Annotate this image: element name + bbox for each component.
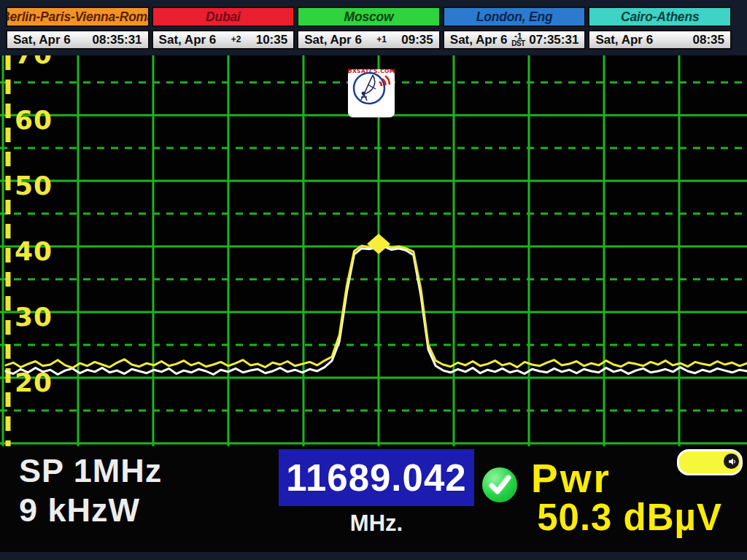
clock-time-moscow: Sat, Apr 6 +1 09:35 [297, 30, 441, 50]
clock-date: Sat, Apr 6 [450, 33, 508, 47]
y-axis-tick: 20 [15, 368, 53, 397]
utc-offset: +2 [231, 36, 241, 43]
volume-toggle[interactable] [677, 449, 743, 475]
clock-time-value: 10:35 [256, 33, 287, 47]
clock-time-value: 08:35 [693, 33, 724, 47]
rbw-label: 9 kHzW [19, 491, 140, 529]
utc-offset: +1 [376, 36, 387, 43]
frequency-unit-label: MHz. [279, 510, 474, 537]
clock-tab-moscow[interactable]: Moscow [297, 7, 441, 27]
speaker-icon [724, 454, 739, 469]
y-axis-tick: 50 [15, 171, 53, 201]
clock-time-dubai: Sat, Apr 6 +2 10:35 [152, 30, 295, 50]
satellite-dish-icon [348, 69, 393, 107]
clock-date: Sat, Apr 6 [595, 33, 653, 47]
clock-date: Sat, Apr 6 [304, 33, 362, 47]
status-bar: SP 1MHz 9 kHzW 11689.042 MHz. Pwr 50.3 d… [0, 446, 747, 560]
clock-date: Sat, Apr 6 [159, 33, 217, 47]
spectrum-plot: 706050403020 DXSATCS.COM [0, 55, 747, 446]
dxsatcs-logo: DXSATCS.COM [348, 69, 395, 117]
span-label: SP 1MHz [19, 452, 162, 490]
clock-time-cairo: Sat, Apr 6 08:35 [588, 30, 732, 50]
clock-time-value: 08:35:31 [93, 33, 142, 47]
clock-tab-cairo-athens[interactable]: Cairo-Athens [588, 7, 732, 27]
clock-tab-dubai[interactable]: Dubai [152, 7, 295, 27]
clock-time-london: Sat, Apr 6 -1DST 07:35:31 [443, 30, 587, 50]
clock-tab-berlin-paris-vienna-roma[interactable]: Berlin-Paris-Vienna-Roma [6, 7, 150, 27]
satmeter-screen: Berlin-Paris-Vienna-Roma Dubai Moscow Lo… [0, 0, 747, 560]
world-clock-bar: Berlin-Paris-Vienna-Roma Dubai Moscow Lo… [6, 7, 732, 50]
y-axis-tick: 40 [15, 236, 53, 266]
clock-time-value: 07:35:31 [529, 33, 578, 47]
bottom-edge-strip [0, 552, 747, 560]
clock-time-berlin: Sat, Apr 6 08:35:31 [6, 30, 150, 50]
clock-tab-london[interactable]: London, Eng [443, 7, 587, 27]
frequency-display[interactable]: 11689.042 [279, 449, 474, 506]
y-axis-tick: 70 [15, 55, 53, 69]
clock-date: Sat, Apr 6 [13, 33, 71, 47]
power-label: Pwr [531, 455, 611, 502]
utc-offset: -1DST [511, 34, 525, 47]
y-axis-tick: 60 [15, 105, 53, 135]
clock-time-value: 09:35 [401, 33, 433, 47]
power-value: 50.3 dBµV [502, 496, 722, 539]
y-axis-tick: 30 [15, 302, 53, 332]
